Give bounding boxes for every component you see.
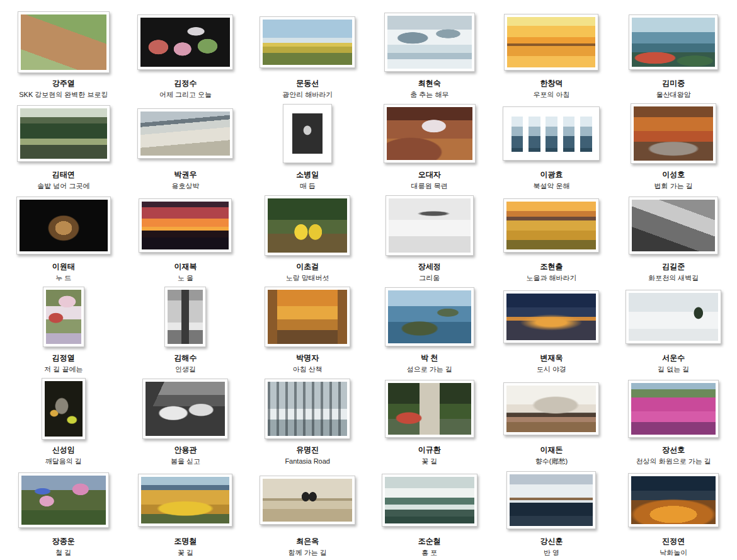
- photo-card[interactable]: 김정열 저 길 끝에는: [3, 283, 125, 375]
- photo-card[interactable]: 신성임 깨달음의 길: [3, 374, 125, 466]
- photo-card[interactable]: 문동선 광안리 해바라기: [246, 8, 368, 100]
- photo-frame[interactable]: [384, 13, 475, 72]
- photo-frame[interactable]: [631, 103, 716, 164]
- photo-caption: 장세정 그리움: [418, 260, 441, 283]
- photo-frame[interactable]: [18, 11, 110, 73]
- photo-frame[interactable]: [265, 379, 350, 439]
- photo-card[interactable]: 조명철 꽃 길: [125, 466, 247, 558]
- photo-card[interactable]: 박권우 용호상박: [125, 100, 247, 191]
- photo-card[interactable]: 이재돈 향수(鄕愁): [491, 374, 613, 466]
- thumbnail-area: [612, 374, 734, 443]
- photo-frame[interactable]: [503, 198, 599, 253]
- photo-card[interactable]: 김정수 어제 그리고 오늘: [125, 8, 247, 100]
- photo-card[interactable]: 김태연 솔밭 넘어 그곳에: [3, 100, 125, 191]
- photo-frame[interactable]: [385, 287, 474, 346]
- photo-frame[interactable]: [138, 474, 232, 527]
- photo-card[interactable]: 조순철 홍 포: [368, 466, 491, 558]
- photo-card[interactable]: 이규환 꽃 길: [368, 374, 491, 466]
- photo-frame[interactable]: [626, 290, 721, 344]
- thumbnail-area: [125, 8, 247, 77]
- photo-card[interactable]: 이초걸 노랑 망태버섯: [246, 191, 368, 283]
- photo-card[interactable]: 변재욱 도시 야경: [491, 283, 613, 375]
- photo-title: 길 없는 길: [658, 365, 689, 374]
- photo-card[interactable]: 장세정 그리움: [368, 191, 491, 283]
- photographer-name: 변재욱: [540, 353, 563, 362]
- photographer-name: 이원태: [52, 262, 75, 271]
- thumbnail-area: [246, 191, 368, 260]
- photo-frame[interactable]: [385, 380, 474, 438]
- photo-card[interactable]: 조현출 노을과 해바라기: [491, 191, 613, 283]
- photo-frame[interactable]: [629, 197, 718, 254]
- photographer-name: 김정수: [174, 79, 197, 88]
- photo-card[interactable]: 이광효 북설악 운해: [491, 100, 613, 191]
- photo-thumbnail: [631, 383, 716, 435]
- photo-frame[interactable]: [164, 287, 206, 347]
- photo-frame[interactable]: [384, 104, 476, 163]
- photo-frame[interactable]: [17, 105, 110, 162]
- thumbnail-area: [125, 191, 247, 260]
- photo-caption: 한창덕 우포의 아침: [533, 77, 569, 100]
- photo-frame[interactable]: [506, 471, 596, 529]
- photo-frame[interactable]: [386, 195, 474, 256]
- photographer-name: 이규환: [418, 445, 441, 454]
- photo-card[interactable]: 강신훈 반 영: [491, 466, 613, 558]
- photo-frame[interactable]: [628, 473, 719, 527]
- photo-frame[interactable]: [137, 14, 233, 70]
- photo-card[interactable]: 유명진 Fantasia Road: [246, 374, 368, 466]
- thumbnail-area: [3, 8, 125, 77]
- photo-card[interactable]: 오대자 대릉원 목련: [368, 100, 491, 191]
- photo-frame[interactable]: [628, 380, 719, 438]
- photo-frame[interactable]: [16, 197, 111, 254]
- photo-card[interactable]: 강주열 SKK 강보현의 완벽한 브로킹: [3, 8, 125, 100]
- photographer-name: 강신훈: [540, 537, 563, 546]
- photo-thumbnail: [263, 479, 352, 522]
- photo-frame[interactable]: [503, 106, 600, 161]
- photo-frame[interactable]: [142, 379, 228, 439]
- photo-card[interactable]: 박 천 섬으로 가는 길: [368, 283, 491, 375]
- photo-card[interactable]: 이재복 노 을: [125, 191, 247, 283]
- photographer-name: 박명자: [296, 353, 319, 362]
- photo-card[interactable]: 장선호 천상의 화원으로 가는 길: [612, 374, 734, 466]
- photo-caption: 문동선 광안리 해바라기: [282, 77, 333, 100]
- photo-frame[interactable]: [503, 382, 599, 435]
- photo-frame[interactable]: [283, 104, 332, 163]
- photographer-name: 장선호: [662, 445, 685, 454]
- photo-frame[interactable]: [265, 195, 350, 256]
- photo-frame[interactable]: [382, 474, 477, 527]
- photo-card[interactable]: 이성호 법회 가는 길: [612, 100, 734, 191]
- photographer-name: 강주열: [52, 79, 75, 88]
- photo-card[interactable]: 진정연 낙화놀이: [612, 466, 734, 558]
- photo-card[interactable]: 서운수 길 없는 길: [612, 283, 734, 375]
- photo-thumbnail: [506, 202, 596, 249]
- photo-title: 깨달음의 길: [45, 457, 82, 466]
- photo-card[interactable]: 소병일 매 듭: [246, 100, 368, 191]
- photo-card[interactable]: 안용관 봄을 싣고: [125, 374, 247, 466]
- photographer-name: 신성임: [52, 445, 75, 454]
- photo-frame[interactable]: [139, 198, 232, 253]
- photo-frame[interactable]: [504, 14, 598, 71]
- photo-title: 용호상박: [171, 182, 199, 190]
- photo-thumbnail: [632, 200, 715, 251]
- photo-frame[interactable]: [137, 108, 233, 159]
- photo-card[interactable]: 최현숙 춤 추는 해무: [368, 8, 491, 100]
- photo-caption: 이초걸 노랑 망태버섯: [286, 260, 329, 283]
- photo-frame[interactable]: [18, 472, 109, 528]
- photo-frame[interactable]: [260, 16, 355, 68]
- photo-frame[interactable]: [629, 14, 718, 70]
- thumbnail-area: [612, 100, 734, 169]
- photo-frame[interactable]: [260, 476, 355, 525]
- photo-card[interactable]: 한창덕 우포의 아침: [491, 8, 613, 100]
- photo-card[interactable]: 김길준 화포천의 새벽길: [612, 191, 734, 283]
- photographer-name: 조순철: [418, 537, 441, 546]
- photo-frame[interactable]: [43, 287, 84, 347]
- photo-card[interactable]: 김해수 인생길: [125, 283, 247, 375]
- photo-card[interactable]: 최은옥 함께 가는 길: [246, 466, 368, 558]
- photographer-name: 장종운: [52, 537, 75, 546]
- photo-frame[interactable]: [42, 378, 86, 440]
- photo-frame[interactable]: [265, 287, 350, 347]
- photo-card[interactable]: 이원태 누 드: [3, 191, 125, 283]
- photo-card[interactable]: 김미중 울산대왕암: [612, 8, 734, 100]
- photo-frame[interactable]: [503, 290, 599, 343]
- photo-card[interactable]: 장종운 철 길: [3, 466, 125, 558]
- photo-card[interactable]: 박명자 아침 산책: [246, 283, 368, 375]
